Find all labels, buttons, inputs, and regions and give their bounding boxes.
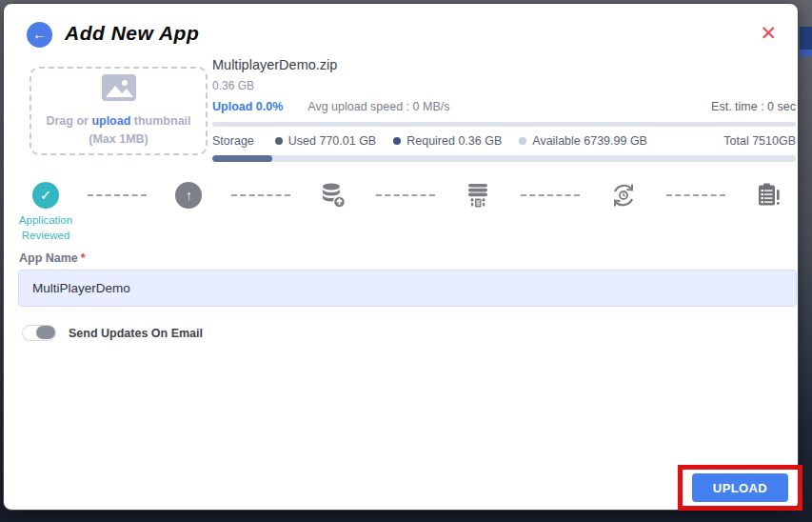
available-dot	[519, 137, 526, 145]
avg-upload-speed: Avg upload speed : 0 MB/s	[307, 100, 449, 113]
step-connector	[376, 194, 435, 196]
storage-available: Available 6739.99 GB	[532, 134, 647, 148]
server-distribute-icon	[464, 181, 492, 210]
storage-label: Storage	[212, 134, 254, 148]
background-page-fragment-light	[800, 50, 812, 56]
step-connector	[666, 194, 725, 196]
sync-icon	[609, 181, 638, 210]
file-info-block: MultiplayerDemo.zip 0.36 GB Upload 0.0% …	[212, 57, 796, 162]
dropzone-text: Drag or upload thumbnail (Max 1MB)	[46, 112, 190, 150]
add-new-app-dialog: ← Add New App ✕ Drag or upload thumbnail…	[3, 3, 799, 511]
storage-required: Required 0.36 GB	[406, 134, 502, 148]
database-upload-icon	[319, 181, 347, 210]
email-updates-label: Send Updates On Email	[69, 327, 203, 340]
email-updates-toggle[interactable]	[22, 325, 56, 341]
close-icon[interactable]: ✕	[760, 23, 777, 43]
background-page-fragment	[800, 27, 812, 51]
upload-percent: Upload 0.0%	[212, 100, 283, 113]
arrow-up-circle-icon: ↑	[175, 182, 202, 209]
annotation-highlight-box: UPLOAD	[678, 465, 802, 511]
step-application-reviewed: ✓ Application Reviewed	[32, 182, 59, 209]
clipboard-list-icon	[754, 181, 782, 210]
step-database-upload	[319, 181, 347, 210]
storage-total: Total 7510GB	[723, 134, 796, 148]
back-button[interactable]: ←	[27, 22, 52, 48]
app-name-input[interactable]	[18, 270, 797, 307]
step-connector	[521, 194, 580, 196]
arrow-left-icon: ←	[32, 26, 47, 42]
drag-text: Drag or	[46, 114, 91, 128]
upload-link[interactable]: upload	[91, 114, 130, 128]
app-name-label: App Name*	[19, 251, 86, 265]
step-application-reviewed-label: Application Reviewed	[0, 213, 91, 243]
storage-bar-fill	[212, 155, 272, 162]
required-asterisk: *	[81, 251, 86, 265]
step-sync	[609, 181, 638, 210]
step-upload: ↑	[175, 182, 202, 209]
toggle-knob	[36, 326, 55, 339]
max-size-note: (Max 1MB)	[89, 132, 149, 146]
step-connector	[88, 194, 147, 196]
file-size: 0.36 GB	[212, 79, 796, 92]
estimated-time: Est. time : 0 sec	[711, 100, 796, 113]
used-dot	[275, 137, 283, 145]
check-circle-icon: ✓	[32, 182, 59, 209]
step-review-list	[754, 181, 782, 210]
upload-button[interactable]: UPLOAD	[692, 473, 788, 502]
thumbnail-dropzone[interactable]: Drag or upload thumbnail (Max 1MB)	[30, 67, 208, 155]
storage-bar	[212, 155, 796, 162]
upload-progress-bar	[212, 122, 796, 127]
step-connector	[231, 194, 290, 196]
storage-legend: Used 770.01 GB Required 0.36 GB Availabl…	[275, 134, 647, 148]
image-icon	[101, 73, 137, 106]
upload-steps: ✓ Application Reviewed ↑	[32, 179, 782, 211]
storage-used: Used 770.01 GB	[288, 134, 376, 148]
email-updates-toggle-row[interactable]: Send Updates On Email	[22, 325, 203, 341]
required-dot	[393, 137, 401, 145]
page-title: Add New App	[65, 22, 199, 45]
thumbnail-text: thumbnail	[130, 114, 190, 128]
file-name: MultiplayerDemo.zip	[212, 57, 796, 72]
step-distribute	[464, 181, 492, 210]
